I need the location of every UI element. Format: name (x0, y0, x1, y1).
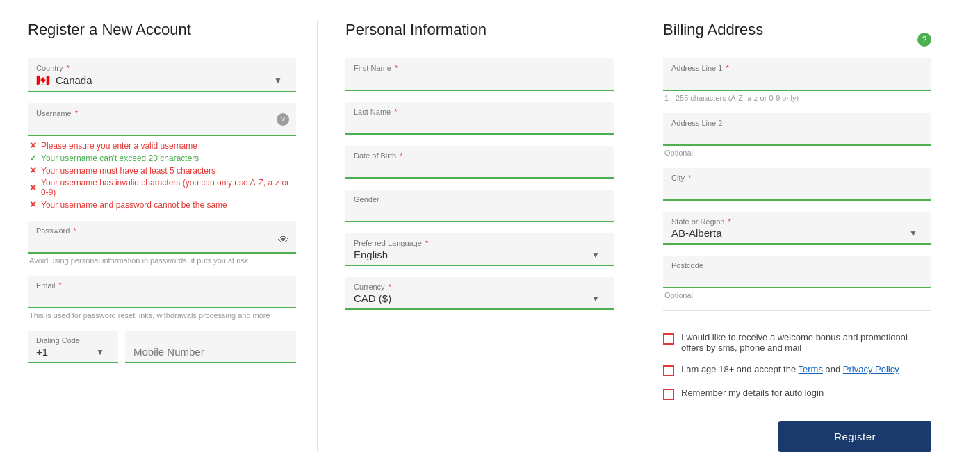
gender-label: Gender (354, 195, 605, 204)
checkbox-item-promo: I would like to receive a welcome bonus … (663, 332, 931, 353)
dialing-code-field-wrapper: Dialing Code +1 ▼ (28, 331, 118, 363)
address1-group: Address Line 1 * 1 - 255 characters (A-Z… (663, 58, 931, 102)
validation-item: ✕ Your username and password cannot be t… (29, 199, 296, 210)
username-help-icon[interactable]: ? (277, 113, 289, 126)
username-validation-list: ✕ Please ensure you enter a valid userna… (28, 140, 296, 210)
password-input[interactable] (36, 236, 288, 248)
last-name-input[interactable] (354, 117, 605, 129)
dob-wrapper: Date of Birth * (345, 146, 614, 179)
currency-select-wrapper[interactable]: CAD ($) ▼ (354, 292, 605, 304)
state-group: State or Region * AB-Alberta ▼ (663, 212, 931, 245)
validation-item: ✓ Your username can't exceed 20 characte… (29, 153, 296, 163)
remember-label: Remember my details for auto login (681, 388, 824, 398)
personal-column: Personal Information First Name * Last N… (317, 21, 635, 452)
error-icon: ✕ (29, 183, 37, 193)
dob-label: Date of Birth * (354, 151, 605, 160)
register-button[interactable]: Register (778, 421, 931, 452)
last-name-group: Last Name * (345, 102, 614, 135)
promo-label: I would like to receive a welcome bonus … (681, 332, 931, 353)
username-field-wrapper: Username * ? (28, 103, 296, 136)
checkbox-group: I would like to receive a welcome bonus … (663, 332, 931, 400)
preferred-language-select[interactable]: English (354, 249, 605, 260)
age-checkbox[interactable] (663, 365, 674, 376)
address2-label: Address Line 2 (671, 119, 923, 127)
state-label: State or Region * (671, 217, 923, 226)
preferred-language-label: Preferred Language * (354, 239, 605, 247)
preferred-language-group: Preferred Language * English ▼ (345, 233, 614, 266)
preferred-language-wrapper: Preferred Language * English ▼ (345, 233, 614, 266)
state-select-wrapper[interactable]: AB-Alberta ▼ (671, 227, 923, 239)
error-icon: ✕ (29, 199, 37, 210)
currency-label: Currency * (354, 283, 605, 291)
postcode-input[interactable] (671, 271, 923, 283)
gender-input[interactable] (354, 205, 605, 217)
country-select[interactable]: Canada (56, 74, 288, 86)
country-field-wrapper: Country * 🇨🇦 Canada ▼ (28, 58, 296, 92)
billing-title: Billing Address (663, 21, 763, 39)
address1-input[interactable] (671, 74, 923, 85)
postcode-group: Postcode Optional (663, 256, 931, 299)
promo-checkbox[interactable] (663, 333, 674, 345)
success-icon: ✓ (29, 153, 37, 163)
gender-group: Gender (345, 190, 614, 222)
register-button-wrapper: Register (663, 421, 931, 452)
first-name-wrapper: First Name * (345, 58, 614, 91)
billing-divider (663, 310, 931, 311)
first-name-label: First Name * (354, 64, 605, 72)
dialing-code-select[interactable]: +1 (36, 346, 110, 358)
address2-hint: Optional (663, 149, 931, 157)
postcode-wrapper: Postcode (663, 256, 931, 288)
first-name-input[interactable] (354, 74, 605, 85)
currency-select[interactable]: CAD ($) (354, 292, 605, 304)
postcode-label: Postcode (671, 261, 923, 270)
terms-link[interactable]: Terms (799, 364, 823, 374)
password-toggle-icon[interactable]: 👁 (278, 234, 289, 247)
state-select[interactable]: AB-Alberta (671, 227, 923, 239)
validation-item: ✕ Please ensure you enter a valid userna… (29, 140, 296, 151)
password-label: Password * (36, 226, 288, 235)
email-hint: This is used for password reset links, w… (28, 311, 296, 320)
last-name-wrapper: Last Name * (345, 102, 614, 135)
mobile-input[interactable] (133, 336, 288, 358)
email-field-wrapper: Email * (28, 276, 296, 308)
email-group: Email * This is used for password reset … (28, 276, 296, 320)
address1-label: Address Line 1 * (671, 64, 923, 72)
validation-item: ✕ Your username must have at least 5 cha… (29, 165, 296, 176)
country-select-wrapper[interactable]: 🇨🇦 Canada ▼ (36, 74, 288, 87)
country-label: Country * (36, 64, 288, 72)
mobile-field-wrapper (125, 331, 296, 363)
canada-flag: 🇨🇦 (36, 74, 50, 87)
username-label: Username * (36, 109, 288, 117)
account-column: Register a New Account Country * 🇨🇦 Cana… (28, 21, 317, 452)
preferred-language-select-wrapper[interactable]: English ▼ (354, 249, 605, 260)
personal-info-title: Personal Information (345, 21, 614, 39)
dob-input[interactable] (354, 161, 605, 173)
remember-checkbox[interactable] (663, 389, 674, 400)
address2-input[interactable] (671, 129, 923, 140)
validation-item: ✕ Your username has invalid characters (… (29, 178, 296, 197)
currency-group: Currency * CAD ($) ▼ (345, 277, 614, 310)
address1-wrapper: Address Line 1 * (663, 58, 931, 91)
billing-column: Billing Address ? Address Line 1 * 1 - 2… (635, 21, 952, 452)
checkbox-item-remember: Remember my details for auto login (663, 388, 931, 400)
email-input[interactable] (36, 291, 288, 303)
gender-wrapper: Gender (345, 190, 614, 222)
privacy-policy-link[interactable]: Privacy Policy (843, 364, 899, 374)
dob-group: Date of Birth * (345, 146, 614, 179)
dialing-code-label: Dialing Code (36, 336, 110, 345)
email-label: Email * (36, 281, 288, 290)
username-group: Username * ? ✕ Please ensure you enter a… (28, 103, 296, 210)
billing-help-icon[interactable]: ? (917, 33, 931, 47)
checkbox-item-age: I am age 18+ and accept the Terms and Pr… (663, 364, 931, 376)
dialing-code-group: Dialing Code +1 ▼ (28, 331, 118, 363)
password-hint: Avoid using personal information in pass… (28, 256, 296, 265)
state-wrapper: State or Region * AB-Alberta ▼ (663, 212, 931, 245)
address2-wrapper: Address Line 2 (663, 113, 931, 146)
city-input[interactable] (671, 183, 923, 195)
city-label: City * (671, 174, 923, 182)
dialing-code-select-wrapper[interactable]: +1 ▼ (36, 346, 110, 358)
username-input[interactable] (36, 119, 288, 131)
password-field-wrapper: Password * 👁 (28, 221, 296, 254)
page-title: Register a New Account (28, 21, 296, 39)
mobile-group (125, 331, 296, 363)
